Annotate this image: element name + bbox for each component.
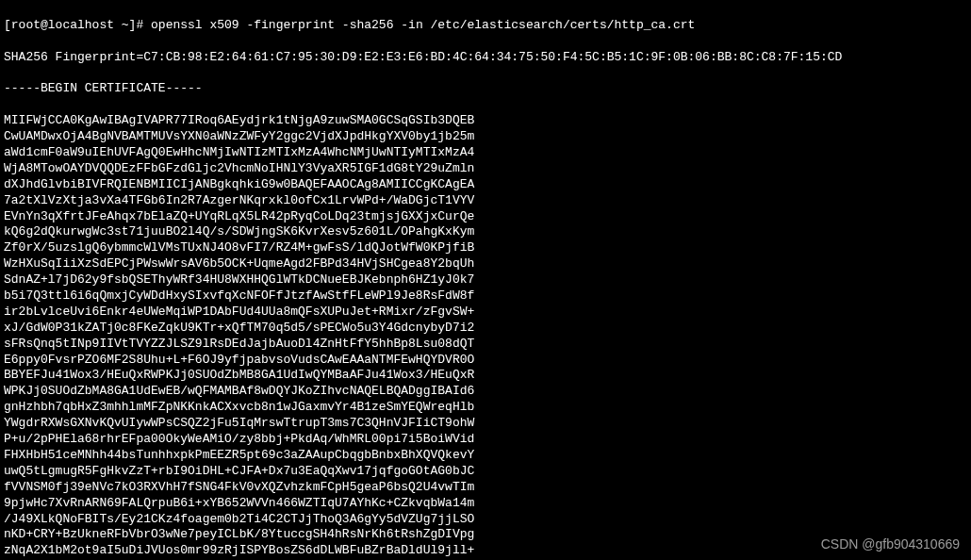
cert-line: Zf0rX/5uzslgQ6ybmmcWlVMsTUxNJ4O8vFI7/RZ4…	[4, 240, 967, 256]
cert-line: CwUAMDwxOjA4BgNVBAMTMUVsYXN0aWNzZWFyY2gg…	[4, 129, 967, 145]
cert-line: dXJhdGlvbiBIVFRQIENBMIICIjANBgkqhkiG9w0B…	[4, 177, 967, 193]
cert-line: FHXHbH51ceMNhh44bsTunhhxpkPmEEZR5pt69c3a…	[4, 448, 967, 464]
cert-line: uwQ5tLgmugR5FgHkvZzT+rbI9OiDHL+CJFA+Dx7u…	[4, 464, 967, 480]
cert-line: xJ/GdW0P31kZATj0c8FKeZqkU9KTr+xQfTM70q5d…	[4, 321, 967, 337]
cert-line: MIIFWjCCA0KgAwIBAgIVAPR77IRoq6AEydjrk1tN…	[4, 113, 967, 129]
cert-line: 7a2tXlVzXtja3vXa4TFGb6In2R7AzgerNKqrxkl0…	[4, 193, 967, 209]
cert-line: BBYEFJu41Wox3/HEuQxRWPKJj0SUOdZbMB8GA1Ud…	[4, 368, 967, 384]
cert-line: SdnAZ+l7jD62y9fsbQSEThyWRf34HU8WXHHQGlWT…	[4, 272, 967, 288]
cert-line: /J49XLkQNoFBITs/Ey21CKz4foagem0b2Ti4C2CT…	[4, 512, 967, 528]
cert-line: P+u/2pPHEla68rhrEFpa00OkyWeAMiO/zy8bbj+P…	[4, 432, 967, 448]
cert-line: YWgdrRXWsGXNvKQvUIywWPsCSQZ2jFu5IqMrswTt…	[4, 416, 967, 432]
cert-line: WPKJj0SUOdZbMA8GA1UdEwEB/wQFMAMBAf8wDQYJ…	[4, 384, 967, 400]
cert-line: WjA8MTowOAYDVQQDEzFFbGFzdGljc2VhcmNoIHNl…	[4, 161, 967, 177]
cert-line: kQ6g2dQkurwgWc3st71juuBO2l4Q/s/SDWjngSK6…	[4, 224, 967, 240]
shell-prompt-line: [root@localhost ~]# openssl x509 -finger…	[4, 18, 967, 34]
cert-line: WzHXuSqIiiXzSdEPCjPWswWrsAV6b5OCK+UqmeAg…	[4, 256, 967, 272]
terminal-output[interactable]: [root@localhost ~]# openssl x509 -finger…	[4, 2, 967, 560]
cert-line: ir2bLvlceUvi6Enkr4eUWeMqiWP1DAbFUd4UUa8m…	[4, 305, 967, 321]
cert-line: sFRsQnq5tINp9IIVtTVYZZJLSZ9lRsDEdJajbAuo…	[4, 337, 967, 353]
cert-line: E6ppy0FvsrPZO6MF2S8Uhu+L+F6OJ9yfjpabvsoV…	[4, 353, 967, 369]
cert-begin-marker: -----BEGIN CERTIFICATE-----	[4, 81, 967, 97]
shell-command: openssl x509 -fingerprint -sha256 -in /e…	[151, 18, 695, 32]
cert-line: 9pjwHc7XvRnARN69FALQrpuB6i+xYB652WVVn466…	[4, 496, 967, 512]
shell-prompt-prefix: [root@localhost ~]#	[4, 18, 151, 32]
cert-body: MIIFWjCCA0KgAwIBAgIVAPR77IRoq6AEydjrk1tN…	[4, 113, 967, 560]
cert-line: aWd1cmF0aW9uIEhUVFAgQ0EwHhcNMjIwNTIzMTIx…	[4, 145, 967, 161]
cert-line: gnHzhbh7qbHxZ3mhhlmMFZpNKKnkACXxvcb8n1wJ…	[4, 400, 967, 416]
cert-line: fVVNSM0fj39eNVc7kO3RXVhH7fSNG4FkV0vXQZvh…	[4, 480, 967, 496]
fingerprint-output: SHA256 Fingerprint=C7:CB:98:E2:64:61:C7:…	[4, 50, 967, 66]
cert-line: EVnYn3qXfrtJFeAhqx7bElaZQ+UYqRLqX5LR42pR…	[4, 209, 967, 225]
cert-line: b5i7Q3ttl6i6qQmxjCyWDdHxySIxvfqXcNFOFfJt…	[4, 288, 967, 305]
watermark-text: CSDN @gfb904310669	[821, 535, 960, 552]
